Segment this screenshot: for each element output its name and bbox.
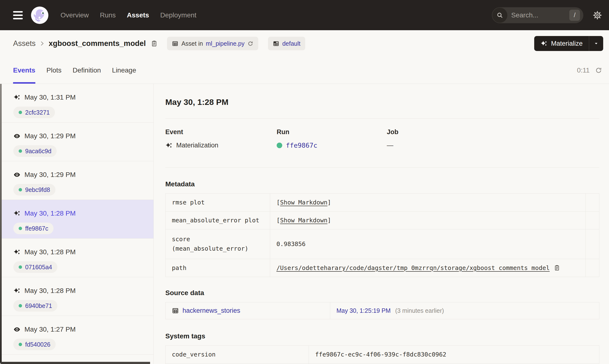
materialization-icon [13,287,21,294]
run-id-pill[interactable]: 9ebc9fd8 [13,184,55,195]
metadata-key: mean_absolute_error plot [166,211,270,229]
run-id-pill[interactable]: 2cfc3271 [13,107,55,118]
divider [165,168,599,168]
materialization-icon [13,248,21,256]
run-id-link[interactable]: 9aca6c9d [25,148,51,155]
event-detail-title: May 30, 1:28 PM [165,97,599,107]
metadata-key: score (mean_absolute_error) [166,229,270,259]
asset-tabs-row: Events Plots Definition Lineage 0:11 [0,57,609,84]
materialize-label: Materialize [551,40,583,47]
top-nav-bar: Overview Runs Assets Deployment / [0,0,609,30]
refresh-icon[interactable] [595,67,602,74]
repository-badge: default [268,37,305,50]
show-markdown-link[interactable]: Show Markdown [280,199,328,206]
asset-name-title: xgboost_comments_model [49,39,146,48]
run-id-link[interactable]: 9ebc9fd8 [25,186,50,193]
breadcrumb-chevron-icon [39,40,45,47]
observation-icon [13,132,21,140]
nav-item-assets[interactable]: Assets [127,11,149,19]
run-id-pill[interactable]: 9aca6c9d [13,145,57,157]
primary-nav: Overview Runs Assets Deployment [60,11,196,19]
table-row: mean_absolute_error plot Show Markdown [166,211,599,229]
tab-events[interactable]: Events [13,57,35,84]
copy-asset-name-icon[interactable] [151,40,158,47]
run-label: Run [277,128,387,136]
sparkle-icon [540,40,548,47]
run-id-pill[interactable]: 6940be71 [13,300,57,312]
run-status-dot [19,188,22,191]
path-link[interactable]: /Users/odetteharary/code/dagster/tmp_0mz… [277,264,550,272]
run-id-link[interactable]: fd540026 [25,341,50,348]
global-search[interactable]: / [492,7,583,23]
event-list-item[interactable]: May 30, 1:29 PM 9ebc9fd8 [0,161,153,200]
materialization-icon [165,142,173,149]
event-time: May 30, 1:27 PM [25,325,76,333]
run-id-link[interactable]: ffe9867c [286,142,317,149]
chevron-down-icon [594,41,599,46]
menu-icon[interactable] [13,11,23,19]
reload-location-icon[interactable] [247,41,253,47]
materialize-button[interactable]: Materialize [534,40,589,47]
tab-definition[interactable]: Definition [73,57,101,84]
asset-page-header: Assets xgboost_comments_model Asset in m… [0,30,609,57]
nav-item-runs[interactable]: Runs [100,11,116,19]
system-tags-table: code_version ffe9867c-ec9c-4f06-939c-f8d… [165,345,599,364]
table-row: rmse plot Show Markdown [166,194,599,211]
run-id-link[interactable]: 6940be71 [25,302,52,309]
metadata-key: rmse plot [166,194,270,211]
materialization-icon [13,210,21,217]
event-list-item[interactable]: May 30, 1:28 PM 6940be71 [0,277,153,316]
event-list-item[interactable]: May 30, 1:29 PM 9aca6c9d [0,123,153,161]
event-list-item[interactable]: May 30, 1:28 PM 071605a4 [0,239,153,277]
nav-right-group: / [492,7,602,23]
sidebar-scrollbar[interactable] [0,84,2,364]
breadcrumb-assets-link[interactable]: Assets [13,39,36,48]
copy-path-icon[interactable] [554,264,560,271]
job-column: Job — [387,128,599,149]
job-value: — [387,142,393,149]
event-list-item[interactable]: May 30, 1:27 PM fd540026 [0,316,153,355]
code-location-file-link[interactable]: ml_pipeline.py [206,40,245,47]
nav-item-overview[interactable]: Overview [60,11,89,19]
event-type-value: Materialization [176,142,218,149]
tab-lineage[interactable]: Lineage [112,57,136,84]
observation-icon [13,326,21,333]
run-id-pill[interactable]: fd540026 [13,339,56,350]
event-list-item-selected[interactable]: May 30, 1:28 PM ffe9867c [0,200,153,239]
nav-item-deployment[interactable]: Deployment [160,11,196,19]
refresh-countdown: 0:11 [577,66,590,74]
metadata-key: path [166,259,270,277]
dagster-logo [30,6,49,25]
table-row: hackernews_stories May 30, 1:25:19 PM (3… [166,302,599,319]
source-asset-link[interactable]: hackernews_stories [182,307,240,314]
code-location-badge: Asset in ml_pipeline.py [167,37,258,50]
event-time: May 30, 1:31 PM [25,93,76,101]
tag-key: code_version [166,345,309,363]
table-row: code_version ffe9867c-ec9c-4f06-939c-f8d… [166,345,599,363]
gear-icon[interactable] [593,11,602,20]
event-column: Event Materialization [165,128,277,149]
job-label: Job [387,128,599,136]
refresh-group: 0:11 [577,66,602,74]
table-gutter [586,194,599,211]
run-status-dot [19,265,22,269]
run-id-pill[interactable]: ffe9867c [13,223,54,234]
repository-link[interactable]: default [282,40,300,47]
show-markdown-link[interactable]: Show Markdown [280,217,328,224]
metadata-value: 0.983856 [270,229,586,259]
source-data-heading: Source data [165,289,599,297]
run-status-dot [19,227,22,230]
run-id-link[interactable]: 2cfc3271 [25,109,50,116]
search-input[interactable] [508,11,569,19]
run-id-pill[interactable]: 071605a4 [13,261,57,273]
event-time: May 30, 1:29 PM [25,132,76,140]
materialization-icon [13,94,21,101]
sidebar-scrollbar-horizontal[interactable] [0,362,150,364]
materialize-caret-button[interactable] [589,41,603,46]
source-timestamp-link[interactable]: May 30, 1:25:19 PM [336,307,391,314]
event-list-item[interactable]: May 30, 1:31 PM 2cfc3271 [0,84,153,123]
run-id-link[interactable]: ffe9867c [25,225,48,232]
tab-plots[interactable]: Plots [46,57,61,84]
run-id-link[interactable]: 071605a4 [25,264,52,271]
table-row: path /Users/odetteharary/code/dagster/tm… [166,259,599,277]
